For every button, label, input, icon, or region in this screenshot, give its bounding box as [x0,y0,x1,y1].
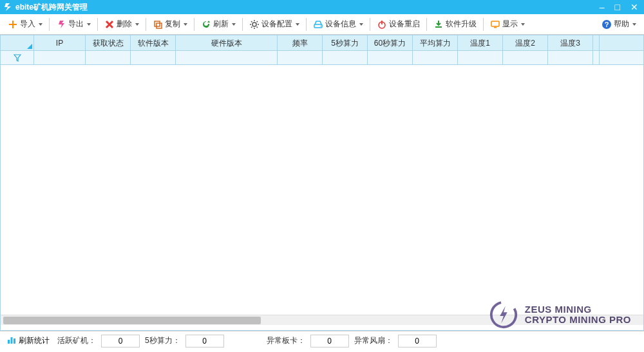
filter-cell[interactable] [86,51,131,64]
col-ip[interactable]: IP [34,35,86,50]
svg-rect-8 [491,21,499,26]
refresh-icon [201,19,211,30]
svg-rect-14 [14,338,15,344]
horizontal-scrollbar[interactable] [1,315,643,325]
col-software-version[interactable]: 软件版本 [131,35,176,50]
caret-icon [87,23,91,26]
copy-button[interactable]: 复制 [149,17,191,32]
x-icon [104,19,115,30]
bar-chart-icon [6,335,17,347]
display-label: 显示 [502,19,518,30]
abnormal-fan-label: 异常风扇： [354,335,393,346]
filter-cell[interactable] [34,51,86,64]
display-button[interactable]: 显示 [486,17,529,32]
caret-icon [296,23,299,26]
help-button[interactable]: ? 帮助 [598,17,640,32]
refresh-label: 刷新 [213,19,229,30]
power-icon [377,19,387,30]
table-header-row: IP 获取状态 软件版本 硬件版本 频率 5秒算力 60秒算力 平均算力 温度1… [1,35,643,51]
app-icon [4,3,13,12]
col-fetch-status[interactable]: 获取状态 [86,35,131,50]
col-hashrate-5s[interactable]: 5秒算力 [323,35,368,50]
device-info-button[interactable]: 设备信息 [309,17,367,32]
corner-triangle-icon [27,44,32,49]
delete-button[interactable]: 删除 [100,17,143,32]
filter-cell[interactable] [131,51,176,64]
row-selector-header[interactable] [1,35,34,50]
filter-cell[interactable] [458,51,503,64]
data-grid: IP 获取状态 软件版本 硬件版本 频率 5秒算力 60秒算力 平均算力 温度1… [0,35,644,331]
refresh-button[interactable]: 刷新 [197,17,240,32]
active-miners-label: 活跃矿机： [57,335,96,346]
abnormal-board-label: 异常板卡： [267,335,305,346]
separator [306,18,307,31]
monitor-icon [490,19,500,30]
col-hashrate-avg[interactable]: 平均算力 [413,35,458,50]
hashrate5s-label: 5秒算力： [145,335,180,346]
close-button[interactable]: ✕ [629,2,640,12]
caret-icon [632,23,636,26]
filter-cell[interactable] [413,51,458,64]
device-restart-label: 设备重启 [389,19,420,30]
col-temp3[interactable]: 温度3 [548,35,593,50]
col-temp1[interactable]: 温度1 [458,35,503,50]
gear-icon [249,19,260,30]
separator [97,18,98,31]
separator [49,18,50,31]
filter-cell[interactable] [503,51,548,64]
svg-rect-9 [494,27,497,28]
filter-toggle-cell[interactable] [1,51,34,64]
col-hashrate-60s[interactable]: 60秒算力 [368,35,413,50]
maximize-button[interactable]: □ [613,2,622,12]
device-config-label: 设备配置 [261,19,292,30]
plus-icon [8,19,18,30]
caret-icon [39,23,43,26]
col-temp2[interactable]: 温度2 [503,35,548,50]
filter-icon [1,51,33,64]
minimize-button[interactable]: – [598,2,607,12]
export-label: 导出 [68,19,84,30]
device-config-button[interactable]: 设备配置 [245,17,303,32]
col-hardware-version[interactable]: 硬件版本 [176,35,278,50]
separator [426,18,427,31]
device-restart-button[interactable]: 设备重启 [373,17,424,32]
caret-icon [135,23,139,26]
filter-cell[interactable] [323,51,368,64]
filter-cell[interactable] [176,51,278,64]
import-label: 导入 [20,19,35,30]
filter-cell [593,51,600,64]
svg-text:?: ? [605,21,609,28]
table-filter-row [1,51,643,65]
caret-icon [359,23,363,26]
download-icon [433,19,444,30]
abnormal-fan-value: 0 [398,335,437,347]
active-miners-value: 0 [101,335,140,347]
filter-cell[interactable] [368,51,413,64]
caret-icon [232,23,236,26]
help-label: 帮助 [614,19,629,30]
caret-icon [521,23,525,26]
grid-body[interactable] [1,65,643,315]
copy-icon [153,19,163,30]
refresh-stats-label: 刷新统计 [19,335,50,346]
refresh-stats-button[interactable]: 刷新统计 [4,333,52,348]
drive-icon [313,19,323,30]
software-upgrade-button[interactable]: 软件升级 [430,17,480,32]
export-icon [56,19,66,30]
window-title: ebite矿机跨网关管理 [15,2,598,13]
hashrate5s-value: 0 [185,335,224,347]
import-button[interactable]: 导入 [4,17,46,32]
toolbar: 导入 导出 删除 复制 刷新 设备配置 [0,14,644,35]
export-button[interactable]: 导出 [52,17,95,32]
filter-cell[interactable] [548,51,593,64]
window-controls: – □ ✕ [598,2,640,12]
caret-icon [184,23,187,26]
abnormal-board-value: 0 [310,335,349,347]
filter-cell[interactable] [278,51,323,64]
scrollbar-thumb[interactable] [3,317,261,324]
titlebar: ebite矿机跨网关管理 – □ ✕ [0,0,644,14]
device-info-label: 设备信息 [325,19,356,30]
col-frequency[interactable]: 频率 [278,35,323,50]
copy-label: 复制 [165,19,180,30]
separator [242,18,243,31]
